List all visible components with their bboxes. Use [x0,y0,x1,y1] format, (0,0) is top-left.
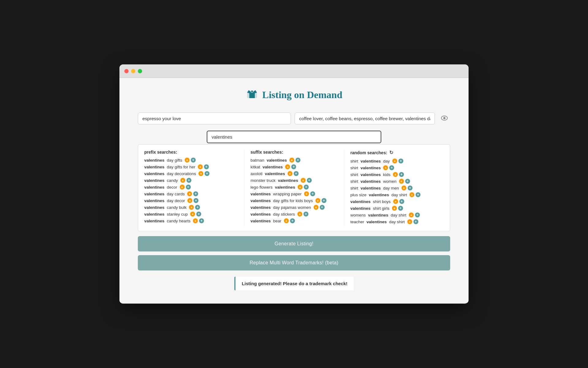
amazon-icon[interactable]: a [180,185,185,190]
add-icon[interactable]: + [398,206,403,211]
list-item[interactable]: valentines bear a + [251,218,341,223]
amazon-icon[interactable]: a [193,218,198,223]
add-icon[interactable]: + [320,205,325,210]
list-item[interactable]: valentines day gifts for kids boys a + [251,198,341,203]
keywords-input[interactable] [295,113,435,125]
amazon-icon[interactable]: a [298,185,303,190]
add-icon[interactable]: + [408,186,413,190]
amazon-icon[interactable]: a [392,159,397,163]
add-icon[interactable]: + [304,185,309,190]
list-item[interactable]: valentines candy hearts a + [144,218,241,223]
add-icon[interactable]: + [398,159,403,163]
list-item[interactable]: valentines day pajamas women a + [251,205,341,210]
list-item[interactable]: valentines day gifts a + [144,158,241,163]
keyword-search-input[interactable] [207,131,381,143]
amazon-icon[interactable]: a [185,158,190,163]
generate-listing-button[interactable]: Generate Listing! [138,236,450,251]
list-item[interactable]: shirt valentines day a + [350,159,441,163]
add-icon[interactable]: + [294,171,299,176]
maximize-button[interactable] [138,69,142,73]
amazon-icon[interactable]: a [393,172,398,177]
list-item[interactable]: valentines shirt boys a + [350,199,441,204]
amazon-icon[interactable]: a [187,198,192,203]
amazon-icon[interactable]: a [289,158,294,163]
list-item[interactable]: shirt valentines women a + [350,179,441,184]
amazon-icon[interactable]: a [190,212,195,217]
add-icon[interactable]: + [303,212,308,217]
add-icon[interactable]: + [205,171,209,176]
list-item[interactable]: axolotl valentines a + [251,171,341,176]
amazon-icon[interactable]: a [198,164,203,169]
list-item[interactable]: batman valentines a + [251,158,341,163]
add-icon[interactable]: + [399,172,404,177]
amazon-icon[interactable]: a [285,164,290,169]
amazon-icon[interactable]: a [407,219,412,224]
amazon-icon[interactable]: a [304,191,309,196]
title-input[interactable] [138,113,291,125]
add-icon[interactable]: + [399,199,404,204]
amazon-icon[interactable]: a [288,171,292,176]
close-button[interactable] [124,69,129,73]
amazon-icon[interactable]: a [409,192,414,197]
amazon-icon[interactable]: a [314,205,318,210]
list-item[interactable]: shirt valentines kids a + [350,172,441,177]
list-item[interactable]: valentines wrapping paper a + [251,191,341,196]
list-item[interactable]: valentines stanley cup a + [144,212,241,217]
toggle-visibility-button[interactable] [439,114,450,123]
refresh-icon[interactable]: ↻ [389,150,393,155]
add-icon[interactable]: + [204,164,209,169]
amazon-icon[interactable]: a [187,191,192,196]
amazon-icon[interactable]: a [180,178,185,183]
amazon-icon[interactable]: a [392,206,397,211]
amazon-icon[interactable]: a [399,179,404,184]
add-icon[interactable]: + [196,212,201,217]
add-icon[interactable]: + [310,191,315,196]
amazon-icon[interactable]: a [401,186,406,190]
amazon-icon[interactable]: a [198,171,203,176]
list-item[interactable]: valentines decor a + [144,185,241,190]
add-icon[interactable]: + [291,164,296,169]
list-item[interactable]: kitkat valentines a + [251,164,341,169]
replace-trademarks-button[interactable]: Replace Multi Word Trademarks! (beta) [138,255,450,270]
list-item[interactable]: monster truck valentines a + [251,178,341,183]
add-icon[interactable]: + [186,185,191,190]
list-item[interactable]: shirt valentines a + [350,165,441,170]
list-item[interactable]: valentines candy bulk a + [144,205,241,210]
list-item[interactable]: lego flowers valentines a + [251,185,341,190]
add-icon[interactable]: + [195,205,200,210]
add-icon[interactable]: + [193,191,198,196]
amazon-icon[interactable]: a [315,198,320,203]
add-icon[interactable]: + [416,192,420,197]
add-icon[interactable]: + [187,178,191,183]
amazon-icon[interactable]: a [393,199,398,204]
amazon-icon[interactable]: a [301,178,306,183]
list-item[interactable]: womens valentines day shirt a + [350,213,441,217]
add-icon[interactable]: + [415,213,420,217]
list-item[interactable]: teacher valentines day shirt a + [350,219,441,224]
minimize-button[interactable] [131,69,135,73]
list-item[interactable]: valentines day cards a + [144,191,241,196]
list-item[interactable]: valentines candy a + [144,178,241,183]
add-icon[interactable]: + [322,198,326,203]
list-item[interactable]: plus size valentines day shirt a + [350,192,441,197]
add-icon[interactable]: + [389,165,394,170]
list-item[interactable]: valentines day gifts for her a + [144,164,241,169]
add-icon[interactable]: + [199,218,204,223]
list-item[interactable]: valentines day decorations a + [144,171,241,176]
add-icon[interactable]: + [405,179,410,184]
add-icon[interactable]: + [290,218,295,223]
amazon-icon[interactable]: a [297,212,302,217]
list-item[interactable]: valentines shirt girls a + [350,206,441,211]
add-icon[interactable]: + [296,158,300,163]
amazon-icon[interactable]: a [189,205,194,210]
add-icon[interactable]: + [307,178,312,183]
list-item[interactable]: valentines day decor a + [144,198,241,203]
add-icon[interactable]: + [413,219,418,224]
amazon-icon[interactable]: a [383,165,388,170]
list-item[interactable]: valentines day stickers a + [251,212,341,217]
add-icon[interactable]: + [191,158,196,163]
add-icon[interactable]: + [194,198,198,203]
amazon-icon[interactable]: a [409,213,414,217]
list-item[interactable]: shirt valentines day men a + [350,186,441,190]
amazon-icon[interactable]: a [284,218,289,223]
